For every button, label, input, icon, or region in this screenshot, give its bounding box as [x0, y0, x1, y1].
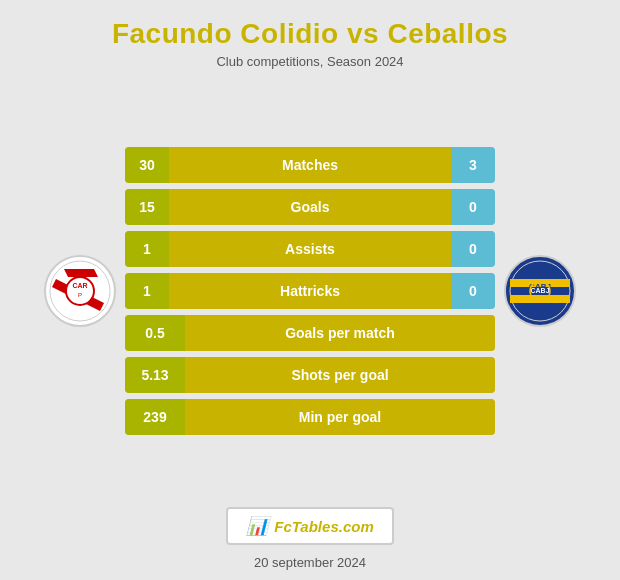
page-title: Facundo Colidio vs Ceballos	[112, 18, 508, 50]
fctables-icon: 📊	[246, 515, 268, 537]
page-subtitle: Club competitions, Season 2024	[216, 54, 403, 69]
footer-date: 20 september 2024	[254, 555, 366, 570]
branding-section: 📊 FcTables.com	[226, 507, 393, 545]
stat-label-goals: Goals	[169, 189, 451, 225]
river-plate-logo: CAR P	[44, 255, 116, 327]
stat-row-min-per-goal: 239 Min per goal	[125, 399, 495, 435]
stat-row-hattricks: 1 Hattricks 0	[125, 273, 495, 309]
stat-label-hattricks: Hattricks	[169, 273, 451, 309]
stat-row-goals-per-match: 0.5 Goals per match	[125, 315, 495, 351]
stat-left-shots-per-goal: 5.13	[125, 357, 185, 393]
stat-right-matches: 3	[451, 147, 495, 183]
left-team-logo: CAR P	[35, 255, 125, 327]
boca-juniors-logo: CABJ CABJ	[504, 255, 576, 327]
stat-right-hattricks: 0	[451, 273, 495, 309]
svg-text:CABJ: CABJ	[530, 287, 549, 294]
stat-left-matches: 30	[125, 147, 169, 183]
stat-left-min-per-goal: 239	[125, 399, 185, 435]
stat-label-shots-per-goal: Shots per goal	[185, 357, 495, 393]
stat-right-assists: 0	[451, 231, 495, 267]
main-content: CAR P 30 Matches 3 15 Goals 0 1 Ass	[0, 83, 620, 499]
svg-text:P: P	[78, 292, 82, 298]
stat-row-shots-per-goal: 5.13 Shots per goal	[125, 357, 495, 393]
stat-label-matches: Matches	[169, 147, 451, 183]
page-wrapper: Facundo Colidio vs Ceballos Club competi…	[0, 0, 620, 580]
stat-label-assists: Assists	[169, 231, 451, 267]
right-team-logo: CABJ CABJ	[495, 255, 585, 327]
stat-right-goals: 0	[451, 189, 495, 225]
fctables-logo: 📊 FcTables.com	[226, 507, 393, 545]
stat-row-matches: 30 Matches 3	[125, 147, 495, 183]
fctables-text: FcTables.com	[274, 518, 373, 535]
stat-left-goals-per-match: 0.5	[125, 315, 185, 351]
svg-text:CAR: CAR	[72, 282, 87, 289]
stats-container: 30 Matches 3 15 Goals 0 1 Assists 0 1 Ha…	[125, 147, 495, 435]
stat-left-hattricks: 1	[125, 273, 169, 309]
stat-left-assists: 1	[125, 231, 169, 267]
stat-label-min-per-goal: Min per goal	[185, 399, 495, 435]
stat-left-goals: 15	[125, 189, 169, 225]
stat-row-assists: 1 Assists 0	[125, 231, 495, 267]
stat-label-goals-per-match: Goals per match	[185, 315, 495, 351]
svg-rect-6	[510, 295, 570, 303]
stat-row-goals: 15 Goals 0	[125, 189, 495, 225]
